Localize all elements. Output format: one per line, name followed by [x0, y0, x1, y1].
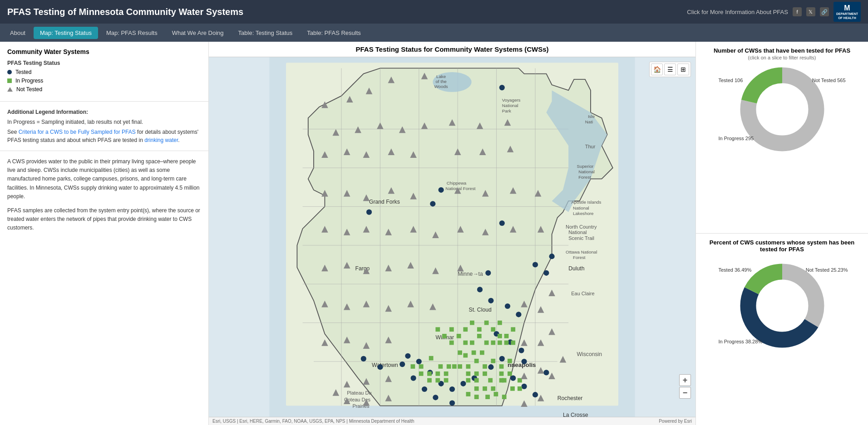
- map-list-button[interactable]: ☰: [664, 64, 676, 75]
- additional-info-line2: See Criteria for a CWS to be Fully Sampl…: [7, 128, 201, 144]
- map-qr-button[interactable]: ⊞: [677, 64, 689, 75]
- svg-rect-118: [491, 359, 495, 363]
- legend-label: Tested: [15, 69, 31, 75]
- chart1-subtitle: (click on a slice to filter results): [748, 55, 816, 60]
- link-icon[interactable]: 🔗: [820, 7, 829, 16]
- nav-tab-what-we-are-doing[interactable]: What We Are Doing: [166, 27, 230, 39]
- svg-text:La Crosse: La Crosse: [563, 412, 588, 417]
- svg-point-83: [361, 356, 366, 361]
- legend-dot-icon: [7, 70, 12, 74]
- criteria-link[interactable]: Criteria for a CWS to be Fully Sampled f…: [19, 129, 136, 135]
- svg-rect-124: [499, 371, 504, 376]
- nav-tab-map-pfas-results[interactable]: Map: PFAS Results: [100, 27, 164, 39]
- map-footer: Esri, USGS | Esri, HERE, Garmin, FAO, NO…: [209, 417, 695, 425]
- svg-text:Forest: Forest: [578, 175, 591, 180]
- svg-rect-125: [466, 378, 471, 383]
- svg-text:Rochester: Rochester: [557, 395, 583, 401]
- svg-point-75: [416, 359, 422, 364]
- svg-point-86: [533, 262, 538, 267]
- svg-rect-126: [474, 378, 479, 383]
- map-home-button[interactable]: 🏠: [651, 64, 663, 75]
- svg-text:National: National: [502, 103, 518, 108]
- svg-point-66: [518, 348, 524, 353]
- svg-rect-120: [508, 359, 512, 363]
- map-attribution: Esri, USGS | Esri, HERE, Garmin, FAO, NO…: [212, 419, 414, 424]
- svg-text:National: National: [578, 169, 595, 174]
- svg-point-89: [522, 384, 527, 389]
- additional-info-panel: Additional Legend Information: In Progre…: [0, 102, 208, 151]
- svg-point-60: [477, 287, 483, 292]
- chart2-panel: Percent of CWS customers whose system ha…: [696, 234, 868, 425]
- svg-rect-119: [499, 364, 504, 369]
- svg-rect-106: [449, 341, 454, 345]
- svg-point-56: [439, 187, 444, 193]
- legend-square-icon: [7, 78, 12, 83]
- description-p1: A CWS provides water to the public in th…: [7, 157, 201, 201]
- svg-text:Ottawa National: Ottawa National: [566, 249, 597, 254]
- svg-rect-152: [427, 378, 432, 383]
- svg-rect-109: [498, 341, 502, 345]
- map-container[interactable]: Lake of the Woods Grand Forks Fargo Minn…: [209, 57, 695, 417]
- header: PFAS Testing of Minnesota Community Wate…: [0, 0, 868, 24]
- svg-rect-110: [504, 334, 509, 338]
- legend-items: TestedIn ProgressNot Tested: [7, 69, 201, 93]
- svg-rect-102: [463, 327, 468, 332]
- svg-rect-113: [511, 341, 515, 345]
- svg-rect-132: [491, 386, 495, 391]
- twitter-icon[interactable]: 𝕏: [806, 7, 815, 16]
- svg-text:St. Cloud: St. Cloud: [469, 307, 492, 313]
- svg-rect-105: [449, 327, 454, 332]
- svg-text:Thur: Thur: [585, 144, 596, 149]
- legend-triangle-icon: [7, 87, 13, 92]
- nav-tab-map-testing-status[interactable]: Map: Testing Status: [34, 27, 98, 39]
- info-link[interactable]: Click for More Information About PFAS: [687, 9, 788, 15]
- zoom-in-button[interactable]: +: [679, 374, 691, 386]
- svg-point-79: [422, 386, 427, 392]
- svg-rect-149: [452, 364, 457, 369]
- minnesota-map-svg: Lake of the Woods Grand Forks Fargo Minn…: [209, 57, 695, 417]
- svg-point-80: [433, 395, 438, 400]
- svg-rect-116: [474, 359, 479, 363]
- svg-point-238: [757, 84, 807, 134]
- svg-text:Nati: Nati: [585, 119, 593, 124]
- svg-rect-96: [498, 321, 502, 325]
- zoom-out-button[interactable]: −: [679, 387, 691, 399]
- svg-rect-144: [447, 364, 451, 369]
- nav-tab-table-testing-status[interactable]: Table: Testing Status: [232, 27, 299, 39]
- svg-text:Superior: Superior: [577, 164, 594, 169]
- legend-label: In Progress: [15, 78, 43, 84]
- facebook-icon[interactable]: f: [793, 7, 802, 16]
- chart1-panel: Number of CWSs that have been tested for…: [696, 42, 868, 234]
- map-powered-by: Powered by Esri: [659, 419, 692, 424]
- svg-rect-135: [485, 395, 490, 399]
- svg-rect-151: [435, 378, 440, 383]
- svg-rect-158: [458, 351, 462, 355]
- svg-rect-137: [502, 395, 507, 399]
- svg-text:Chippewa: Chippewa: [447, 181, 467, 186]
- svg-rect-131: [483, 386, 487, 391]
- svg-point-77: [399, 361, 405, 367]
- nav-tab-table-pfas-results[interactable]: Table: PFAS Results: [301, 27, 367, 39]
- chart1-label-tested: Tested 106: [719, 78, 743, 83]
- svg-point-61: [488, 298, 493, 303]
- svg-rect-95: [491, 327, 495, 332]
- svg-rect-103: [457, 334, 461, 338]
- svg-rect-112: [511, 327, 515, 332]
- svg-text:Lakeshore: Lakeshore: [573, 211, 594, 216]
- additional-info-title: Additional Legend Information:: [7, 108, 201, 116]
- chart2-label-nottested: Not Tested 25.23%: [806, 267, 848, 273]
- svg-rect-93: [477, 327, 482, 332]
- svg-text:Plateau Du: Plateau Du: [347, 390, 371, 396]
- svg-rect-111: [504, 341, 509, 345]
- svg-point-81: [449, 400, 455, 405]
- nav-tab-about[interactable]: About: [4, 27, 32, 39]
- svg-text:Wisconsin: Wisconsin: [577, 351, 602, 357]
- svg-point-71: [460, 381, 466, 386]
- svg-point-90: [533, 392, 538, 397]
- svg-rect-133: [466, 392, 471, 396]
- svg-rect-127: [488, 378, 493, 383]
- svg-point-87: [499, 220, 505, 226]
- svg-text:Forest: Forest: [573, 255, 586, 260]
- svg-rect-121: [466, 371, 471, 376]
- svg-rect-138: [510, 386, 515, 391]
